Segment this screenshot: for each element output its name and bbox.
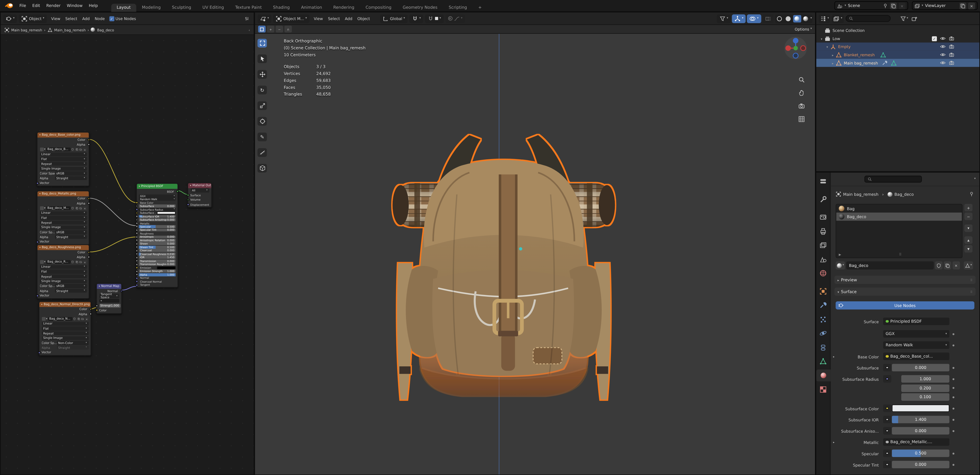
extension-dropdown[interactable]: Repeat bbox=[40, 220, 87, 225]
vector-socket[interactable] bbox=[37, 182, 39, 184]
node-canvas[interactable]: Bag_deco_Base_color.png Color Alpha Bag_… bbox=[0, 35, 254, 475]
decorator-toggle[interactable] bbox=[883, 449, 891, 457]
uv-map-field[interactable] bbox=[99, 298, 119, 303]
outliner-row-main-bag-remesh[interactable]: Main bag_remesh bbox=[816, 59, 979, 67]
image-texture-node[interactable]: Bag_deco_Normal_DirectX.png Color Alpha … bbox=[39, 301, 91, 356]
surface-shader-field[interactable]: Principled BSDF bbox=[883, 317, 950, 325]
outliner-filter-scope-dropdown[interactable] bbox=[832, 14, 844, 23]
eye-icon[interactable] bbox=[940, 44, 946, 49]
shader-menu[interactable]: View bbox=[49, 16, 63, 21]
decorator-toggle[interactable] bbox=[883, 427, 891, 434]
open-image-icon[interactable] bbox=[79, 148, 83, 151]
source-dropdown[interactable]: Single Image bbox=[40, 279, 87, 283]
tab-material[interactable] bbox=[816, 370, 830, 381]
app-menu[interactable]: File bbox=[16, 3, 29, 9]
image-name[interactable]: Bag_deco_B... bbox=[46, 147, 70, 151]
copy-icon[interactable] bbox=[77, 317, 80, 321]
shader-type-dropdown[interactable]: Object bbox=[19, 14, 47, 23]
node-header[interactable]: Bag_deco_Metallic.png bbox=[38, 191, 89, 196]
colorspace-row[interactable]: Color Sp...sRGB bbox=[40, 284, 87, 288]
tool-measure[interactable] bbox=[258, 148, 267, 157]
input-socket[interactable] bbox=[135, 236, 138, 238]
metallic-field[interactable]: Bag_deco_Metallic.... bbox=[883, 438, 950, 446]
tab-scene[interactable] bbox=[816, 253, 830, 265]
select-mode-extend-button[interactable]: + bbox=[267, 26, 274, 33]
zoom-icon[interactable] bbox=[798, 76, 805, 83]
alpha-socket[interactable] bbox=[88, 202, 90, 204]
mode-dropdown[interactable]: Object M... bbox=[273, 14, 309, 23]
color-swatch[interactable] bbox=[157, 211, 176, 214]
principled-input-row[interactable]: Emission Strength 1.000 bbox=[139, 270, 176, 273]
unlink-image-icon[interactable] bbox=[83, 148, 86, 151]
input-socket[interactable] bbox=[135, 257, 138, 259]
normal-map-node[interactable]: Normal Map Normal Tangent Space Strengt1… bbox=[96, 283, 122, 313]
distribution-dropdown[interactable]: GGX bbox=[883, 330, 950, 338]
editor-type-button[interactable] bbox=[816, 175, 830, 187]
shader-menu[interactable]: Select bbox=[63, 16, 80, 21]
material-slot-list[interactable]: Bag Bag_deco bbox=[836, 204, 963, 258]
principled-input-row[interactable]: Subsurface ... bbox=[139, 211, 176, 215]
outliner-row-collection-low[interactable]: Low bbox=[816, 34, 979, 43]
principled-input-row[interactable]: Sheen 0.000 bbox=[139, 242, 176, 245]
workspace-tab[interactable]: Texture Paint bbox=[229, 3, 267, 11]
camera-view-icon[interactable] bbox=[798, 102, 805, 110]
proportional-editing-dropdown[interactable] bbox=[445, 14, 465, 23]
browse-material-button[interactable] bbox=[836, 261, 845, 269]
node-header[interactable]: Normal Map bbox=[97, 284, 121, 289]
surface-socket[interactable] bbox=[187, 194, 189, 196]
image-texture-node[interactable]: Bag_deco_Roughness.png Color Alpha Bag_d… bbox=[37, 245, 89, 299]
viewport-menu[interactable]: Select bbox=[325, 16, 342, 21]
principled-input-row[interactable]: Random Walk bbox=[139, 198, 176, 201]
workspace-tab[interactable]: Compositing bbox=[360, 3, 397, 11]
image-name[interactable]: Bag_deco_N... bbox=[48, 317, 72, 321]
select-mode-invert-button[interactable]: ∩ bbox=[284, 26, 292, 33]
projection-dropdown[interactable]: Flat bbox=[41, 326, 89, 331]
strength-slider[interactable]: Strengt1.000 bbox=[99, 303, 119, 308]
unlink-image-icon[interactable] bbox=[85, 317, 88, 321]
input-socket[interactable] bbox=[135, 242, 138, 245]
extension-dropdown[interactable]: Repeat bbox=[40, 274, 87, 279]
image-texture-node[interactable]: Bag_deco_Base_color.png Color Alpha Bag_… bbox=[37, 132, 89, 186]
shading-wireframe-button[interactable] bbox=[775, 14, 784, 22]
vector-socket[interactable] bbox=[37, 241, 39, 243]
gizmos-toggle[interactable] bbox=[732, 14, 746, 23]
breadcrumb-object[interactable]: Main bag_remesh bbox=[11, 28, 42, 32]
base-color-field[interactable]: Bag_deco_Base_col... bbox=[883, 353, 950, 360]
viewport-canvas[interactable]: Back Orthographic (0) Scene Collection |… bbox=[255, 33, 815, 475]
input-socket[interactable] bbox=[135, 226, 138, 228]
workspace-tab[interactable]: + bbox=[473, 3, 487, 11]
decorator-toggle[interactable] bbox=[883, 416, 891, 423]
breadcrumb-mesh[interactable]: Main_bag_remesh bbox=[54, 28, 86, 32]
use-nodes-toggle[interactable]: Use Nodes bbox=[109, 16, 136, 21]
bsdf-socket[interactable] bbox=[176, 190, 178, 193]
principled-input-row[interactable]: Clearcoat 0.000 bbox=[139, 249, 176, 252]
principled-bsdf-node[interactable]: Principled BSDF BSDF GGX bbox=[136, 183, 178, 287]
decorator-toggle[interactable] bbox=[883, 461, 891, 468]
material-output-node[interactable]: Material Output All Surface Volume Displ… bbox=[188, 183, 212, 208]
view-layer-name[interactable]: ViewLayer bbox=[925, 3, 958, 8]
unlink-image-icon[interactable] bbox=[83, 206, 86, 210]
interpolation-dropdown[interactable]: Linear bbox=[40, 211, 87, 215]
input-socket[interactable] bbox=[135, 273, 138, 276]
principled-input-row[interactable]: Normal bbox=[139, 276, 176, 279]
disclosure-triangle[interactable] bbox=[819, 37, 824, 40]
image-selector[interactable]: Bag_deco_M... bbox=[40, 206, 87, 210]
eye-icon[interactable] bbox=[940, 52, 946, 57]
copy-icon[interactable] bbox=[75, 260, 78, 264]
extension-dropdown[interactable]: Repeat bbox=[41, 331, 89, 335]
image-selector[interactable]: Bag_deco_R... bbox=[40, 260, 87, 264]
object-type-visibility-dropdown[interactable] bbox=[717, 14, 731, 23]
disclosure-triangle[interactable] bbox=[830, 53, 836, 57]
eye-icon[interactable] bbox=[940, 60, 946, 66]
blender-logo[interactable] bbox=[4, 2, 14, 9]
display-mode-dropdown[interactable] bbox=[819, 14, 830, 23]
extension-dropdown[interactable]: Repeat bbox=[40, 162, 87, 166]
principled-input-row[interactable]: Base Color bbox=[139, 201, 176, 204]
colorspace-row[interactable]: Color Sp...sRGB bbox=[40, 230, 87, 234]
sss-method-dropdown[interactable]: Random Walk bbox=[883, 341, 950, 349]
principled-input-row[interactable]: Anisotropic 0.000 bbox=[139, 235, 176, 238]
principled-input-row[interactable]: Transmission 0.000 bbox=[139, 260, 176, 263]
eye-icon[interactable] bbox=[940, 36, 946, 41]
fake-user-icon[interactable] bbox=[71, 260, 74, 264]
subsurface-anisotropy-slider[interactable]: 0.000 bbox=[892, 427, 950, 434]
